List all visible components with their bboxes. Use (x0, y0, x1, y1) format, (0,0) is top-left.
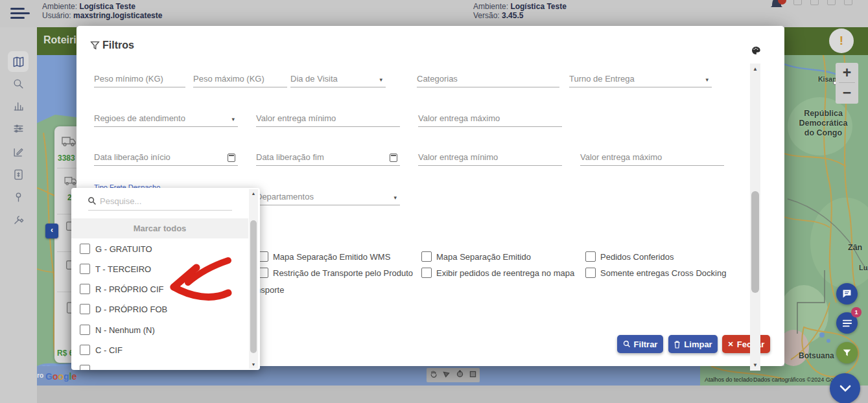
polygon-tool-icon[interactable] (442, 369, 451, 381)
calendar-icon[interactable] (390, 154, 397, 162)
field-label: Turno de Entrega (569, 74, 635, 84)
page-title: Roteiri (43, 34, 76, 46)
field-label: Peso mínimo (KG) (94, 74, 163, 84)
field-label: Data liberação fim (256, 152, 324, 162)
hamburger-menu-icon[interactable] (10, 7, 30, 20)
palette-icon[interactable] (751, 45, 761, 58)
fechar-button[interactable]: ✕ Fechar (722, 335, 770, 353)
search-icon (88, 196, 97, 208)
sidebar-item-pin[interactable] (8, 187, 29, 207)
search-icon (12, 78, 25, 90)
field-turno-entrega[interactable]: Turno de Entrega ▾ (569, 73, 712, 87)
checkbox[interactable] (80, 365, 90, 370)
circle-tool-icon[interactable] (456, 369, 464, 381)
field-valor-entrega-minimo-2[interactable]: Valor entrega mínimo (418, 152, 562, 166)
sidebar-item-invoice[interactable] (8, 164, 29, 185)
map-right-strip[interactable]: Kisang República Democrática do Congo Zâ… (784, 55, 868, 386)
field-peso-maximo[interactable]: Peso máximo (KG) (193, 73, 287, 87)
pan-tool-icon[interactable] (429, 369, 438, 381)
apps-icon[interactable] (793, 0, 802, 5)
search-icon (623, 340, 631, 348)
field-label: Peso máximo (KG) (193, 74, 264, 84)
scroll-down-icon[interactable]: ▼ (750, 362, 760, 368)
filtrar-label: Filtrar (634, 340, 658, 349)
chevron-down-icon: ▾ (379, 76, 382, 83)
option-label: D - PRÓPRIO FOB (95, 305, 167, 314)
chevron-down-icon: ▾ (705, 76, 709, 83)
chevron-down-icon (839, 385, 852, 393)
edit-icon[interactable] (810, 0, 819, 5)
trash-icon (674, 340, 681, 349)
versao-line: Versão: 3.45.5 (473, 11, 523, 20)
checkbox[interactable] (421, 268, 432, 278)
collapse-panel-button[interactable]: ‹ (45, 224, 58, 238)
limpar-button[interactable]: Limpar (668, 335, 718, 353)
page-bottom-strip (0, 386, 868, 403)
chat-button[interactable] (836, 283, 858, 305)
modal-scrollbar[interactable]: ▲ ▼ (750, 63, 760, 371)
field-dia-visita[interactable]: Dia de Visita ▾ (290, 73, 386, 87)
route-list-badge: 1 (851, 307, 862, 317)
map-icon (12, 56, 25, 68)
map-filter-button[interactable] (836, 342, 858, 363)
select-all-option[interactable]: Marcar todos (71, 218, 248, 238)
checkbox[interactable] (80, 244, 90, 254)
sidebar-item-tools[interactable] (8, 209, 29, 230)
checkbox[interactable] (80, 284, 90, 294)
field-peso-minimo[interactable]: Peso mínimo (KG) (94, 73, 185, 87)
map-shortcuts-link[interactable]: Atalhos do teclado (705, 376, 753, 383)
sidebar-item-filters[interactable] (8, 118, 29, 139)
checkbox[interactable] (585, 268, 596, 278)
dropdown-scrollbar[interactable]: ▲ ▼ (249, 189, 258, 369)
search-input[interactable]: Pesquise... (100, 196, 141, 206)
field-valor-entrega-minimo-1[interactable]: Valor entrega mínimo (256, 113, 400, 127)
sidebar-item-edit[interactable] (8, 141, 29, 162)
versao-label: Versão: (473, 11, 500, 20)
checkbox[interactable] (421, 251, 432, 262)
field-data-liberacao-fim[interactable]: Data liberação fim (256, 152, 400, 166)
collapse-map-button[interactable] (830, 373, 860, 403)
map-label-congo: República Democrática do Congo (788, 109, 859, 138)
scrollbar-thumb[interactable] (250, 220, 257, 353)
field-regioes-atendimento[interactable]: Regioes de atendimento ▾ (94, 113, 238, 127)
ambiente-value: Logística Teste (79, 2, 135, 11)
field-data-liberacao-inicio[interactable]: Data liberação início (94, 152, 238, 166)
alert-button[interactable]: ! (829, 29, 854, 53)
field-valor-entrega-maximo-1[interactable]: Valor entrega máximo (418, 113, 562, 127)
checkbox[interactable] (80, 345, 90, 355)
stat-orders: 3383 (58, 154, 75, 163)
partial-checkbox-label: nsporte (256, 285, 284, 295)
scroll-down-icon[interactable]: ▼ (249, 362, 258, 367)
scrollbar-thumb[interactable] (751, 191, 759, 293)
map-label-zambia: Zân (848, 243, 862, 252)
checkbox[interactable] (80, 264, 90, 274)
scroll-up-icon[interactable]: ▲ (750, 66, 760, 72)
profile-icon[interactable] (844, 0, 852, 5)
field-departamentos[interactable]: Departamentos ▾ (256, 191, 400, 205)
zoom-out-button[interactable]: − (836, 83, 858, 102)
filtrar-button[interactable]: Filtrar (617, 335, 663, 353)
option-label: G - GRATUITO (95, 244, 152, 254)
sliders-icon (12, 122, 25, 135)
checkbox[interactable] (585, 251, 596, 262)
field-valor-entrega-maximo-2[interactable]: Valor entrega máximo (580, 152, 724, 166)
app-bar-left: Roteiri (37, 27, 76, 55)
sidebar-item-map[interactable] (8, 51, 29, 72)
sidebar-item-search[interactable] (8, 73, 29, 94)
sidebar-item-reports[interactable] (8, 95, 29, 116)
rectangle-tool-icon[interactable] (469, 369, 477, 381)
zoom-in-button[interactable]: + (836, 63, 858, 82)
google-logo[interactable]: Google (45, 371, 76, 382)
chevron-down-icon: ▾ (231, 116, 235, 122)
app-screen: Ambiente: Logística Teste Usuário: maxst… (0, 0, 868, 403)
limpar-label: Limpar (684, 340, 712, 349)
checkbox[interactable] (80, 325, 90, 335)
app-bar-right (784, 27, 868, 55)
settings-icon[interactable] (827, 0, 836, 5)
ambiente-center: Ambiente: Logística Teste (473, 2, 567, 11)
top-bar: Ambiente: Logística Teste Usuário: maxst… (0, 0, 868, 27)
checkbox[interactable] (80, 304, 90, 314)
field-categorias[interactable]: Categorias (417, 73, 559, 87)
scroll-up-icon[interactable]: ▲ (249, 191, 258, 196)
calendar-icon[interactable] (228, 154, 235, 162)
